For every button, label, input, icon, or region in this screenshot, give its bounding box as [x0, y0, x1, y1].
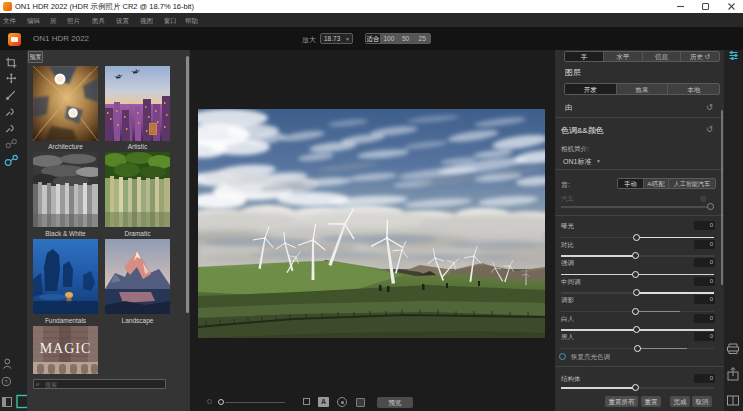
svg-text:?: ?: [5, 379, 8, 385]
svg-text:MAGIC: MAGIC: [40, 341, 92, 356]
